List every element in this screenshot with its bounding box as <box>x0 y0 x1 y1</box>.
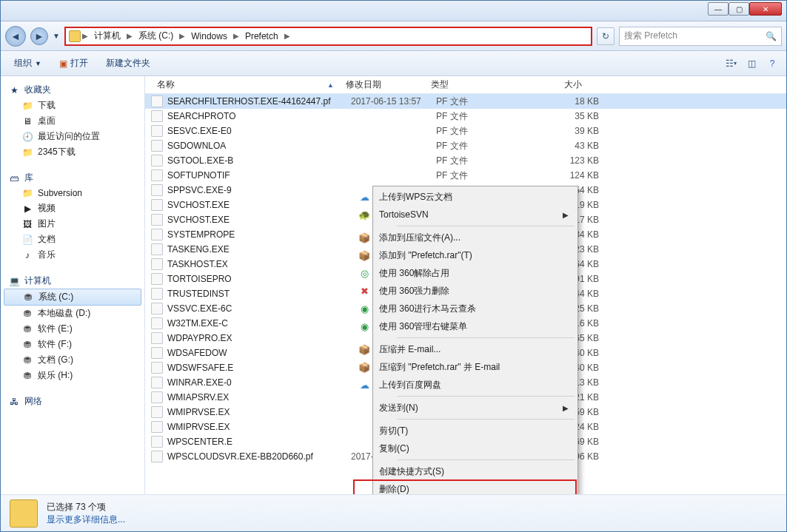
context-menu-item[interactable]: 🐢TortoiseSVN▶ <box>354 206 576 223</box>
nav-item[interactable]: ♪音乐 <box>1 247 144 263</box>
nav-item[interactable]: 📄文档 <box>1 232 144 247</box>
status-details-link[interactable]: 显示更多详细信息... <box>47 514 125 526</box>
back-button[interactable]: ◄ <box>5 26 26 47</box>
nav-item[interactable]: ⛃娱乐 (H:) <box>1 368 144 383</box>
context-menu-item[interactable]: 剪切(T) <box>354 422 576 440</box>
chevron-right-icon[interactable]: ▶ <box>127 32 133 40</box>
preview-pane-button[interactable]: ◫ <box>743 55 760 72</box>
context-menu-item[interactable]: ◎使用 360解除占用 <box>354 264 576 282</box>
navigation-pane[interactable]: ★收藏夹 📁下载🖥桌面🕘最近访问的位置📁2345下载 🗃库 📁Subversio… <box>1 76 145 494</box>
context-menu-item[interactable]: 发送到(N)▶ <box>354 399 576 417</box>
column-name[interactable]: 名称▲ <box>151 78 340 91</box>
history-dropdown-icon[interactable]: ▼ <box>53 32 60 40</box>
context-menu-item[interactable]: 📦添加到 "Prefetch.rar"(T) <box>354 246 576 264</box>
file-row[interactable]: SGTOOL.EXE-BPF 文件123 KB <box>145 153 786 168</box>
chevron-right-icon[interactable]: ▶ <box>82 32 88 40</box>
recent-icon: 🕘 <box>21 131 33 143</box>
file-name: W32TM.EXE-C <box>167 318 351 329</box>
chevron-right-icon[interactable]: ▶ <box>233 32 239 40</box>
column-type[interactable]: 类型 <box>425 78 514 91</box>
context-menu-item[interactable]: 删除(D) <box>354 480 576 494</box>
nav-item[interactable]: ⛃系统 (C:) <box>4 289 141 306</box>
column-size[interactable]: 大小 <box>514 78 588 91</box>
computer-icon: 💻 <box>8 275 20 287</box>
search-icon[interactable]: 🔍 <box>766 31 777 41</box>
menu-item-icon: ◉ <box>357 301 372 316</box>
file-icon <box>151 347 163 359</box>
folder-icon: 📁 <box>21 147 33 158</box>
file-type: PF 文件 <box>436 169 525 182</box>
file-size: 39 KB <box>525 126 599 136</box>
view-options-button[interactable]: ☷ ▾ <box>723 55 739 72</box>
maximize-button[interactable]: ▢ <box>729 2 749 16</box>
context-menu-item[interactable]: ◉使用 360管理右键菜单 <box>354 317 576 335</box>
nav-computer-header[interactable]: 💻计算机 <box>1 273 144 289</box>
breadcrumb-c-drive[interactable]: 系统 (C:) <box>134 28 178 44</box>
nav-favorites-header[interactable]: ★收藏夹 <box>1 82 144 98</box>
menu-item-label: 添加到压缩文件(A)... <box>379 232 461 244</box>
file-icon <box>151 184 163 196</box>
file-icon <box>151 332 163 344</box>
nav-item[interactable]: ▶视频 <box>1 201 144 216</box>
nav-item[interactable]: 🕘最近访问的位置 <box>1 129 144 144</box>
context-menu-item[interactable]: ◉使用 360进行木马云查杀 <box>354 300 576 317</box>
video-icon: ▶ <box>21 203 33 215</box>
new-folder-button[interactable]: 新建文件夹 <box>98 54 158 73</box>
file-icon <box>151 451 163 462</box>
context-menu-item[interactable]: 复制(C) <box>354 440 576 457</box>
nav-item[interactable]: 📁下载 <box>1 98 144 113</box>
file-icon <box>151 155 163 166</box>
nav-item[interactable]: ⛃文档 (G:) <box>1 352 144 368</box>
nav-item[interactable]: ⛃软件 (E:) <box>1 321 144 337</box>
context-menu-item[interactable]: ✖使用 360强力删除 <box>354 282 576 300</box>
context-menu-item[interactable]: 📦压缩到 "Prefetch.rar" 并 E-mail <box>354 358 576 376</box>
file-icon <box>151 436 163 448</box>
context-menu-item[interactable]: ☁上传到WPS云文档 <box>354 188 576 206</box>
file-name: TASKHOST.EX <box>167 259 351 269</box>
nav-item[interactable]: 📁2345下载 <box>1 144 144 160</box>
titlebar: — ▢ ✕ <box>1 1 786 21</box>
close-button[interactable]: ✕ <box>749 2 782 16</box>
file-row[interactable]: SESVC.EXE-E0PF 文件39 KB <box>145 124 786 138</box>
minimize-button[interactable]: — <box>708 2 729 16</box>
context-menu-item[interactable]: 创建快捷方式(S) <box>354 462 576 480</box>
refresh-button[interactable]: ↻ <box>597 27 614 45</box>
file-name: WPSCLOUDSVR.EXE-BB20D660.pf <box>167 451 351 462</box>
address-bar[interactable]: ▶ 计算机 ▶ 系统 (C:) ▶ Windows ▶ Prefetch ▶ <box>64 27 592 46</box>
chevron-right-icon[interactable]: ▶ <box>179 32 185 40</box>
file-type: PF 文件 <box>436 110 525 123</box>
file-size: 43 KB <box>525 141 599 151</box>
nav-item-label: 文档 (G:) <box>38 354 73 366</box>
nav-network-header[interactable]: 🖧网络 <box>1 394 144 409</box>
nav-item[interactable]: 📁Subversion <box>1 186 144 201</box>
search-placeholder: 搜索 Prefetch <box>624 30 677 42</box>
nav-libraries-header[interactable]: 🗃库 <box>1 170 144 186</box>
file-row[interactable]: SGDOWNLOAPF 文件43 KB <box>145 138 786 153</box>
context-menu-item[interactable]: 📦压缩并 E-mail... <box>354 340 576 358</box>
forward-button[interactable]: ► <box>30 27 48 45</box>
desktop-icon: 🖥 <box>21 115 33 127</box>
nav-item[interactable]: 🖥桌面 <box>1 113 144 129</box>
breadcrumb-computer[interactable]: 计算机 <box>90 28 125 44</box>
file-row[interactable]: SEARCHPROTOPF 文件35 KB <box>145 109 786 124</box>
nav-item[interactable]: ⛃软件 (F:) <box>1 337 144 352</box>
nav-item[interactable]: ⛃本地磁盘 (D:) <box>1 306 144 321</box>
file-icon <box>151 303 163 314</box>
search-input[interactable]: 搜索 Prefetch 🔍 <box>619 27 782 46</box>
context-menu-item[interactable]: 📦添加到压缩文件(A)... <box>354 229 576 246</box>
file-row[interactable]: SOFTUPNOTIFPF 文件124 KB <box>145 168 786 183</box>
context-menu-item[interactable]: ☁上传到百度网盘 <box>354 376 576 394</box>
organize-button[interactable]: 组织 ▼ <box>7 54 49 73</box>
help-button[interactable]: ? <box>764 55 780 72</box>
file-size: 124 KB <box>525 170 599 181</box>
file-row[interactable]: SEARCHFILTERHOST.EXE-44162447.pf2017-06-… <box>145 94 786 109</box>
column-date[interactable]: 修改日期 <box>340 78 425 91</box>
open-button[interactable]: ▣ 打开 <box>52 54 96 73</box>
chevron-right-icon[interactable]: ▶ <box>284 32 290 40</box>
breadcrumb-windows[interactable]: Windows <box>187 30 232 43</box>
nav-item[interactable]: 🖼图片 <box>1 216 144 232</box>
menu-item-icon: 📦 <box>357 360 372 374</box>
breadcrumb-prefetch[interactable]: Prefetch <box>241 30 283 43</box>
menu-item-icon: ☁ <box>357 189 372 204</box>
file-name: SVCHOST.EXE <box>167 200 351 210</box>
